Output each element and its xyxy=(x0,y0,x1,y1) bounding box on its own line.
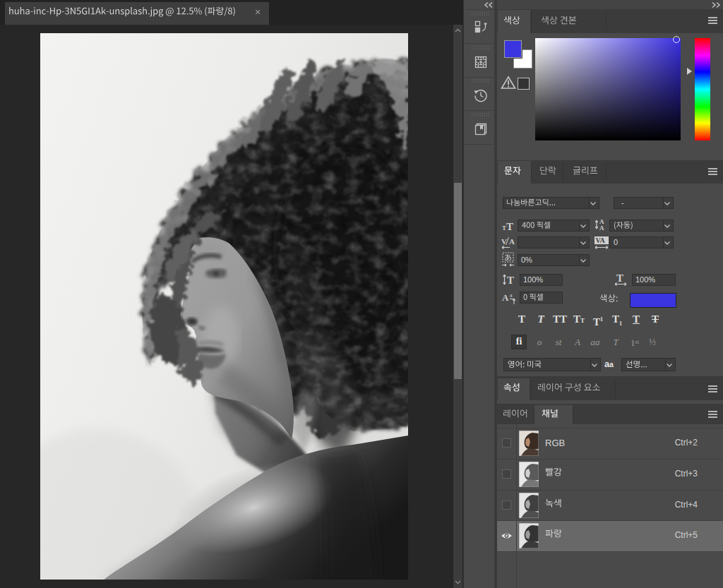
svg-text:A: A xyxy=(599,224,604,232)
svg-text:A: A xyxy=(502,292,509,303)
svg-text:A: A xyxy=(509,237,515,246)
svg-text:VA: VA xyxy=(596,236,606,244)
svg-text:T: T xyxy=(506,221,513,232)
svg-text:T: T xyxy=(507,275,514,286)
svg-text:a: a xyxy=(510,292,513,299)
svg-text:T: T xyxy=(616,272,623,284)
